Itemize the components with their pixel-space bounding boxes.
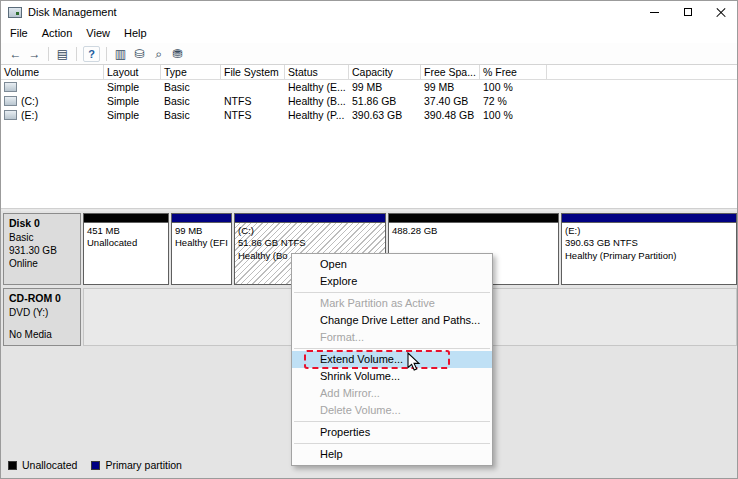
partition-status: Unallocated (87, 237, 165, 249)
cell-status: Healthy (B... (285, 95, 349, 107)
cell-capacity: 51.86 GB (349, 95, 421, 107)
context-menu-item-shrink-volume[interactable]: Shrink Volume... (292, 368, 492, 385)
menu-separator (294, 421, 490, 422)
disk-type: Basic (9, 231, 75, 244)
volume-name: (E:) (21, 109, 38, 121)
context-menu-item-open[interactable]: Open (292, 256, 492, 273)
console-window-icon[interactable]: ▤ (53, 45, 72, 62)
toolbar-separator (48, 47, 49, 61)
column-header-volume[interactable]: Volume (1, 65, 104, 80)
partition-label: (C:) (238, 225, 382, 237)
column-header-pct-free[interactable]: % Free (480, 65, 547, 80)
volume-list-pane: Volume Layout Type File System Status Ca… (1, 65, 738, 208)
context-menu-item-format: Format... (292, 329, 492, 346)
help-icon[interactable]: ? (83, 46, 100, 62)
menu-action[interactable]: Action (35, 24, 80, 42)
legend: Unallocated Primary partition (8, 459, 182, 471)
menubar: File Action View Help (1, 23, 737, 43)
volume-icon (4, 110, 17, 120)
column-header-free-space[interactable]: Free Spa... (421, 65, 480, 80)
context-menu-item-mark-partition-active: Mark Partition as Active (292, 295, 492, 312)
forward-icon[interactable]: → (25, 45, 44, 62)
disk-size: 931.30 GB (9, 244, 75, 257)
legend-item-unallocated: Unallocated (8, 459, 77, 471)
partition-size: 390.63 GB NTFS (565, 237, 733, 249)
minimize-icon (650, 12, 659, 13)
table-row[interactable]: (C:) Simple Basic NTFS Healthy (B... 51.… (1, 94, 738, 108)
column-header-status[interactable]: Status (285, 65, 349, 80)
menu-view[interactable]: View (79, 24, 117, 42)
menu-help[interactable]: Help (117, 24, 154, 42)
partition-unallocated-451mb[interactable]: 451 MB Unallocated (83, 213, 169, 285)
partition-color-bar (235, 214, 385, 223)
column-header-layout[interactable]: Layout (104, 65, 161, 80)
cell-type: Basic (161, 109, 221, 121)
back-icon[interactable]: ← (6, 45, 25, 62)
disk-status: Online (9, 257, 75, 270)
cell-free-space: 99 MB (421, 81, 480, 93)
column-header-file-system[interactable]: File System (221, 65, 285, 80)
cell-pct-free: 100 % (480, 81, 547, 93)
red-highlight-annotation (304, 350, 450, 369)
column-header-type[interactable]: Type (161, 65, 221, 80)
volume-name: (C:) (21, 95, 39, 107)
maximize-button[interactable] (671, 1, 704, 23)
cell-free-space: 37.40 GB (421, 95, 480, 107)
volume-icon (4, 96, 17, 106)
minimize-button[interactable] (638, 1, 671, 23)
export-list-icon[interactable]: ▥ (111, 45, 130, 62)
column-header-filler (547, 65, 738, 80)
column-header-capacity[interactable]: Capacity (349, 65, 421, 80)
partition-color-bar (172, 214, 231, 223)
cell-layout: Simple (104, 81, 161, 93)
cell-free-space: 390.48 GB (421, 109, 480, 121)
close-button[interactable] (704, 1, 737, 23)
partition-color-bar (84, 214, 168, 223)
partition-status: Healthy (Primary Partition) (565, 250, 733, 262)
search-icon[interactable]: ⌕ (149, 45, 168, 62)
cell-status: Healthy (P... (285, 109, 349, 121)
cell-type: Basic (161, 81, 221, 93)
partition-size: 99 MB (175, 225, 228, 237)
cdrom-type: DVD (Y:) (9, 306, 75, 319)
cell-pct-free: 72 % (480, 95, 547, 107)
cell-status: Healthy (E... (285, 81, 349, 93)
context-menu-item-explore[interactable]: Explore (292, 273, 492, 290)
legend-item-primary-partition: Primary partition (91, 459, 181, 471)
menu-file[interactable]: File (3, 24, 35, 42)
cdrom-status: No Media (9, 328, 75, 341)
partition-size: 451 MB (87, 225, 165, 237)
disk-stack-icon[interactable]: ⛁ (130, 45, 149, 62)
titlebar: Disk Management (1, 1, 737, 23)
toolbar-separator (76, 47, 77, 61)
table-row[interactable]: Simple Basic Healthy (E... 99 MB 99 MB 1… (1, 80, 738, 94)
drive-icon[interactable]: ⛃ (168, 45, 187, 62)
window-controls (638, 1, 737, 23)
partition-size: 488.28 GB (392, 225, 555, 237)
disk-management-window: Disk Management File Action View Help ← … (0, 0, 738, 479)
close-icon (716, 7, 726, 17)
context-menu-item-delete-volume: Delete Volume... (292, 402, 492, 419)
partition-e-drive[interactable]: (E:) 390.63 GB NTFS Healthy (Primary Par… (561, 213, 737, 285)
cell-type: Basic (161, 95, 221, 107)
disk-0-label[interactable]: Disk 0 Basic 931.30 GB Online (3, 213, 81, 285)
context-menu-item-change-drive-letter[interactable]: Change Drive Letter and Paths... (292, 312, 492, 329)
partition-efi-99mb[interactable]: 99 MB Healthy (EFI (171, 213, 232, 285)
context-menu-item-extend-volume[interactable]: Extend Volume... (292, 351, 492, 368)
cdrom-0-label[interactable]: CD-ROM 0 DVD (Y:) No Media (3, 288, 81, 346)
cell-layout: Simple (104, 109, 161, 121)
primary-partition-swatch-icon (91, 461, 100, 470)
cell-pct-free: 100 % (480, 109, 547, 121)
cell-file-system: NTFS (221, 95, 285, 107)
menu-separator (294, 348, 490, 349)
toolbar: ← → ▤ ? ▥ ⛁ ⌕ ⛃ (1, 43, 737, 65)
partition-size: 51.86 GB NTFS (238, 237, 382, 249)
table-row[interactable]: (E:) Simple Basic NTFS Healthy (P... 390… (1, 108, 738, 122)
partition-label: (E:) (565, 225, 733, 237)
legend-label: Unallocated (22, 459, 77, 471)
context-menu: Open Explore Mark Partition as Active Ch… (291, 253, 493, 466)
cdrom-name: CD-ROM 0 (9, 292, 75, 306)
context-menu-item-properties[interactable]: Properties (292, 424, 492, 441)
legend-label: Primary partition (105, 459, 181, 471)
context-menu-item-help[interactable]: Help (292, 446, 492, 463)
